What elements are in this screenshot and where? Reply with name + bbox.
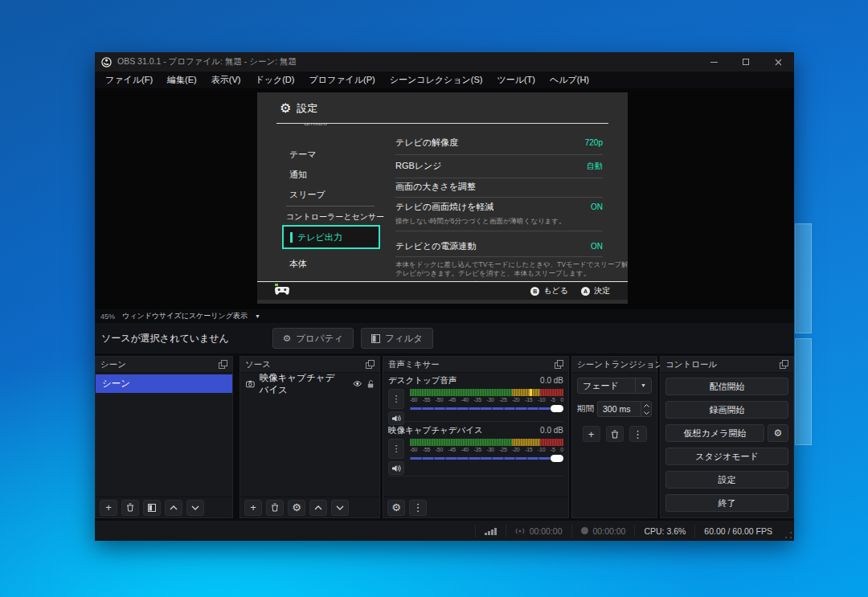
peak-indicator <box>530 389 532 396</box>
virtual-camera-settings-button[interactable]: ⚙ <box>768 424 788 442</box>
add-source-button[interactable]: + <box>244 500 262 516</box>
cpu-usage: CPU: 3.6% <box>634 525 694 538</box>
row-divider <box>395 154 603 155</box>
menu-profile[interactable]: プロファイル(P) <box>301 72 382 88</box>
move-source-up-button[interactable] <box>309 500 327 516</box>
start-virtual-camera-button[interactable]: 仮想カメラ開始 <box>665 424 764 442</box>
menu-file[interactable]: ファイル(F) <box>98 72 160 88</box>
dock-area: シーン シーン + <box>95 354 794 521</box>
scene-filters-button[interactable] <box>143 500 161 516</box>
bandwidth-indicator <box>475 525 506 538</box>
popout-icon[interactable] <box>219 360 227 369</box>
title-bar: OBS 31.0.1 - プロファイル: 無題 - シーン: 無題 <box>95 52 794 72</box>
slider-handle[interactable] <box>551 405 563 412</box>
chevron-down-icon <box>191 505 199 510</box>
exit-button[interactable]: 終了 <box>665 494 788 512</box>
move-source-down-button[interactable] <box>331 500 349 516</box>
obs-logo-icon <box>101 57 112 67</box>
scaling-mode-label: ウィンドウサイズにスケーリング表示 <box>122 311 248 321</box>
speaker-icon <box>392 464 401 472</box>
popout-icon[interactable] <box>555 360 563 369</box>
maximize-button[interactable] <box>730 52 762 72</box>
transition-select[interactable]: フェード ▼ <box>577 378 652 394</box>
add-transition-button[interactable]: + <box>583 426 600 442</box>
scene-list-item-selected[interactable]: シーン <box>96 374 232 393</box>
menu-edit[interactable]: 編集(E) <box>160 72 204 88</box>
switch-footer-bar: B もどる A 決定 <box>257 281 628 300</box>
zoom-percentage: 45% <box>100 313 115 321</box>
source-properties-button[interactable]: ⚙ <box>288 500 305 516</box>
mixer-dock-header[interactable]: 音声ミキサー <box>383 357 568 373</box>
scenes-toolbar: + <box>96 497 232 517</box>
trash-icon <box>126 503 134 512</box>
volume-slider[interactable] <box>410 453 563 464</box>
move-scene-up-button[interactable] <box>165 500 182 516</box>
remove-scene-button[interactable] <box>121 500 139 516</box>
volume-slider[interactable] <box>410 403 563 414</box>
mute-button[interactable] <box>388 411 404 425</box>
studio-mode-button[interactable]: スタジオモード <box>665 448 788 465</box>
scenes-dock-header[interactable]: シーン <box>96 357 232 373</box>
close-button[interactable] <box>762 52 794 72</box>
duration-input[interactable]: 300 ms <box>597 401 652 417</box>
menu-help[interactable]: ヘルプ(H) <box>542 72 596 88</box>
source-list-item[interactable]: 映像キャプチャデバイス <box>240 374 379 393</box>
start-recording-button[interactable]: 録画開始 <box>665 401 788 419</box>
channel-menu-button[interactable]: ⋮ <box>388 439 404 459</box>
sources-dock-header[interactable]: ソース <box>240 357 379 373</box>
controls-dock-header[interactable]: コントロール <box>661 357 793 373</box>
filters-button[interactable]: フィルタ <box>361 328 433 349</box>
spinner-down-button[interactable] <box>641 409 651 416</box>
slider-handle[interactable] <box>551 455 563 462</box>
window-resize-grip[interactable] <box>785 532 792 538</box>
menu-docks[interactable]: ドック(D) <box>248 72 301 88</box>
row-divider <box>395 178 603 178</box>
stream-timer: 00:00:00 <box>506 525 571 538</box>
status-bar: 00:00:00 00:00:00 CPU: 3.6% 60.00 / 60.0… <box>95 521 794 541</box>
filters-icon <box>148 504 156 512</box>
remove-transition-button[interactable] <box>606 426 624 442</box>
properties-button[interactable]: ⚙ プロパティ <box>272 328 354 349</box>
channel-menu-button[interactable]: ⋮ <box>388 389 404 409</box>
start-streaming-button[interactable]: 配信開始 <box>665 378 788 395</box>
advanced-audio-button[interactable]: ⚙ <box>387 500 405 516</box>
row-tv-power-link: テレビとの電源連動ON <box>395 240 603 252</box>
volume-meter <box>410 389 563 396</box>
trash-icon <box>271 503 279 512</box>
settings-button[interactable]: 設定 <box>665 471 788 489</box>
popout-icon[interactable] <box>366 360 375 369</box>
channel-name: 映像キャプチャデバイス <box>388 425 483 436</box>
switch-settings-header: ⚙ 設定 <box>280 101 317 116</box>
mute-button[interactable] <box>388 461 404 475</box>
preview-scale-bar[interactable]: 45% ウィンドウサイズにスケーリング表示 ▼ <box>95 309 794 323</box>
switch-sidebar-notifications: 通知 <box>289 169 307 181</box>
switch-sidebar-controllers: コントローラーとセンサー <box>286 211 384 223</box>
controls-dock: コントロール 配信開始 録画開始 仮想カメラ開始 ⚙ スタジオモード 設定 終了 <box>660 356 794 518</box>
switch-sidebar-tv-output-selected: テレビ出力 <box>282 225 380 249</box>
transitions-dock-header[interactable]: シーントランジション <box>572 357 657 373</box>
remove-source-button[interactable] <box>266 500 284 516</box>
minimize-button[interactable] <box>698 52 730 72</box>
add-scene-button[interactable]: + <box>100 500 117 516</box>
preview-canvas[interactable]: ⚙ 設定 amiibo テーマ 通知 スリープ コントローラーとセンサー テレビ… <box>95 88 794 309</box>
spinner-up-button[interactable] <box>641 402 651 409</box>
move-scene-down-button[interactable] <box>186 500 204 516</box>
b-button-icon: B <box>530 287 539 296</box>
chevron-up-icon <box>170 505 178 510</box>
visibility-eye-icon[interactable] <box>353 380 362 387</box>
scenes-dock: シーン シーン + <box>95 356 233 518</box>
menu-scene-collection[interactable]: シーンコレクション(S) <box>383 72 490 88</box>
mixer-menu-button[interactable]: ⋮ <box>409 500 427 516</box>
chevron-down-icon: ▼ <box>635 378 646 393</box>
popout-icon[interactable] <box>780 360 788 369</box>
transition-properties-button[interactable]: ⋮ <box>629 426 647 442</box>
back-hint: B もどる <box>530 285 568 296</box>
row-divider <box>395 231 603 231</box>
unlock-icon[interactable] <box>367 379 374 389</box>
no-source-message: ソースが選択されていません <box>101 332 229 346</box>
menu-view[interactable]: 表示(V) <box>204 72 248 88</box>
fps-indicator: 60.00 / 60.00 FPS <box>694 525 781 538</box>
row-divider <box>395 256 603 257</box>
broadcast-icon <box>515 527 525 535</box>
menu-tools[interactable]: ツール(T) <box>489 72 542 88</box>
